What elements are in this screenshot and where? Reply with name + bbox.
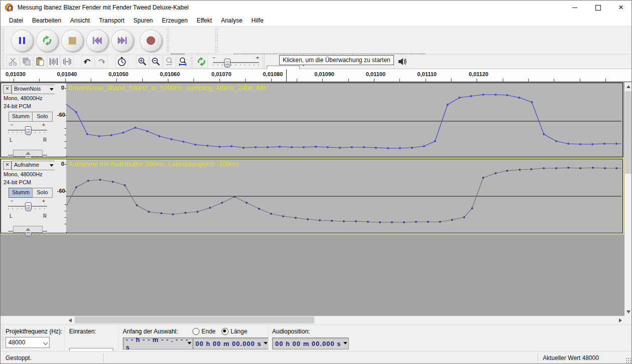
stop-icon	[69, 37, 76, 45]
zoom-out-button[interactable]	[149, 55, 162, 68]
stop-button[interactable]	[61, 30, 83, 52]
resize-grip[interactable]	[625, 357, 631, 363]
timeline-label: 0,01030	[6, 71, 26, 77]
solo-button[interactable]: Solo	[32, 188, 53, 198]
track-control-panel: ✕ Aufnahme Mono, 48000Hz 24-bit PCM Stum…	[1, 159, 55, 233]
timeline-ruler[interactable]: 0,010300,010400,010500,010600,010700,010…	[1, 69, 632, 82]
menu-erzeugen[interactable]: Erzeugen	[157, 16, 192, 26]
pan-right-label: R	[43, 213, 47, 219]
track-name-menu[interactable]: Aufnahme	[12, 161, 56, 170]
scroll-up-button[interactable]	[624, 82, 632, 91]
trim-audio-button[interactable]	[47, 55, 60, 68]
menu-bearbeiten[interactable]: Bearbeiten	[28, 16, 66, 26]
device-speaker-icon	[398, 58, 407, 66]
track-close-button[interactable]: ✕	[3, 85, 12, 94]
redo-icon	[97, 58, 106, 66]
scroll-down-button[interactable]	[624, 307, 632, 316]
waveform-area[interactable]: Aufnahme mit Audiobuffer 100ms, Latenzau…	[66, 159, 621, 232]
record-button[interactable]	[140, 30, 162, 52]
minimize-button[interactable]	[563, 1, 586, 15]
project-rate-select[interactable]: 48000	[6, 337, 50, 348]
tools-toolbar-grip[interactable]	[166, 28, 170, 53]
track-format-label: Mono, 48000Hz	[4, 95, 43, 101]
scroll-right-button[interactable]	[616, 316, 624, 324]
cut-button[interactable]	[7, 55, 20, 68]
meter-toolbar-grip[interactable]	[215, 28, 219, 53]
gain-slider[interactable]	[8, 125, 47, 135]
track-depth-label: 24-bit PCM	[4, 103, 31, 109]
menu-analyse[interactable]: Analyse	[217, 16, 247, 26]
pause-button[interactable]	[11, 30, 33, 52]
snap-to-label: Einrasten:	[69, 328, 96, 335]
pan-left-label: L	[10, 137, 13, 143]
title-bar: Messung Ibanez Blazer Fender mit Fender …	[1, 1, 632, 15]
audacity-window: Messung Ibanez Blazer Fender mit Fender …	[0, 0, 632, 364]
edit-cursor	[286, 70, 287, 82]
field-dropdown-icon	[187, 342, 191, 344]
horizontal-scroll-thumb[interactable]	[75, 316, 314, 323]
track-collapse-button[interactable]	[13, 150, 43, 157]
silence-audio-button[interactable]	[61, 55, 74, 68]
zoom-to-project-icon	[178, 57, 187, 66]
zoom-to-selection-button[interactable]	[163, 55, 176, 68]
track-menu-arrow-icon	[50, 88, 54, 91]
menu-datei[interactable]: Datei	[5, 16, 28, 26]
meter-tooltip: Klicken, um die Überwachung zu starten	[279, 55, 394, 65]
menu-hilfe[interactable]: Hilfe	[247, 16, 268, 26]
gain-slider[interactable]	[8, 201, 47, 211]
skip-to-start-button[interactable]	[86, 30, 108, 52]
track-close-button[interactable]: ✕	[3, 161, 12, 170]
pause-icon	[18, 37, 26, 45]
loop-play-small-icon	[197, 57, 206, 66]
menu-bar: DateiBearbeitenAnsichtTransportSpurenErz…	[1, 15, 632, 27]
pan-left-label: L	[10, 213, 13, 219]
mute-button[interactable]: Stumm	[9, 188, 33, 198]
zoom-to-project-button[interactable]	[176, 55, 189, 68]
maximize-button[interactable]	[586, 1, 609, 15]
edit-toolbar-grip[interactable]	[2, 56, 5, 68]
rate-status: Aktueller Wert 48000	[543, 354, 599, 361]
track-depth-label: 24-bit PCM	[4, 179, 31, 185]
redo-button[interactable]	[95, 55, 108, 68]
audio-position-field[interactable]: 00 h 00 m 00.000 s	[272, 337, 349, 349]
device-toolbar-grip[interactable]	[262, 56, 266, 68]
waveform-area[interactable]: BrownNoise_4band_500Hz_to_5000Hz_samplin…	[66, 83, 621, 156]
zoom-in-button[interactable]	[136, 55, 149, 68]
pan-right-label: R	[43, 137, 47, 143]
transport-toolbar-grip[interactable]	[2, 28, 5, 53]
track-name-label: BrownNois	[14, 86, 41, 92]
play-at-speed-button[interactable]	[195, 55, 208, 68]
selection-toolbar-grip[interactable]	[2, 327, 5, 349]
play-at-speed-toolbar-grip[interactable]	[190, 56, 194, 68]
paste-button[interactable]	[34, 55, 47, 68]
menu-effekt[interactable]: Effekt	[192, 16, 216, 26]
loop-play-icon	[42, 36, 52, 46]
track-canvas[interactable]: ✕ BrownNois Mono, 48000Hz 24-bit PCM Stu…	[1, 82, 624, 316]
vertical-scroll-thumb[interactable]	[625, 91, 632, 174]
close-button[interactable]: ×	[609, 1, 632, 15]
skip-to-end-button[interactable]	[111, 30, 133, 52]
track-name-menu[interactable]: BrownNois	[12, 85, 56, 94]
toolbar-row-1: I ↔	[1, 27, 632, 55]
selection-length-field[interactable]: 00 h 00 m 00.000 s	[192, 337, 269, 349]
zoom-out-icon	[151, 57, 160, 66]
menu-spuren[interactable]: Spuren	[129, 16, 157, 26]
scroll-left-button[interactable]	[66, 316, 74, 324]
undo-button[interactable]	[81, 55, 94, 68]
play-loop-button[interactable]	[36, 30, 58, 52]
menu-transport[interactable]: Transport	[94, 16, 129, 26]
track-collapse-button[interactable]	[13, 226, 43, 233]
vertical-scrollbar[interactable]	[624, 82, 632, 316]
play-speed-slider[interactable]	[213, 58, 259, 68]
horizontal-scrollbar[interactable]	[66, 316, 624, 324]
zoom-to-selection-icon	[165, 57, 174, 66]
copy-button[interactable]	[20, 55, 33, 68]
selection-end-radio[interactable]: Ende	[192, 328, 216, 335]
sync-lock-button[interactable]	[115, 55, 128, 68]
menu-ansicht[interactable]: Ansicht	[66, 16, 94, 26]
selection-start-field[interactable]: - - h - - m - - . - - - s	[123, 337, 193, 349]
selection-length-radio[interactable]: Länge	[222, 328, 247, 335]
status-message: Gestoppt.	[6, 354, 32, 361]
mute-button[interactable]: Stumm	[9, 112, 33, 122]
solo-button[interactable]: Solo	[32, 112, 53, 122]
